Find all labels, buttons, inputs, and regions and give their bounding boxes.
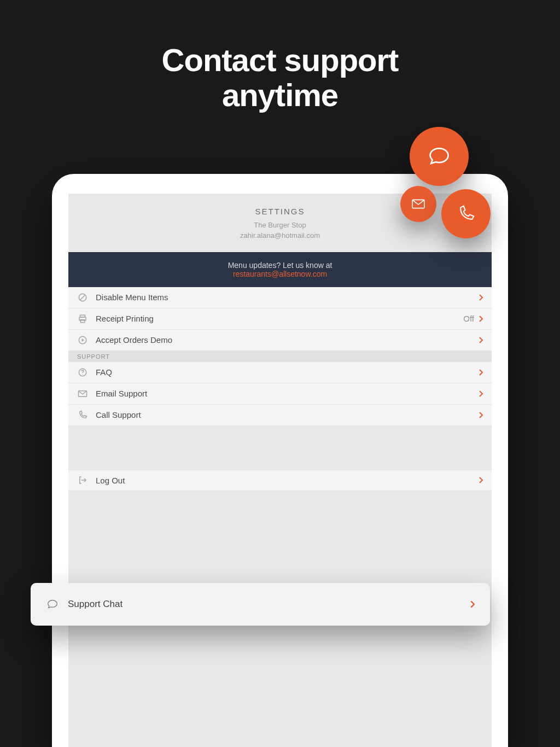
fab-chat-button[interactable]: [410, 127, 469, 186]
row-label: Receipt Printing: [96, 314, 463, 323]
chat-bubble-icon: [427, 144, 451, 168]
settings-subheader: The Burger Stop zahir.alana@hotmail.com: [68, 220, 492, 241]
menu-updates-banner: Menu updates? Let us know at restaurants…: [68, 252, 492, 287]
fab-email-button[interactable]: [400, 186, 436, 222]
account-email: zahir.alana@hotmail.com: [240, 231, 320, 240]
row-label: Disable Menu Items: [96, 293, 479, 302]
hero-title: Contact support anytime: [0, 0, 560, 113]
row-label: Support Chat: [68, 599, 470, 610]
envelope-icon: [411, 199, 425, 209]
svg-point-8: [82, 374, 83, 374]
envelope-icon: [77, 388, 88, 399]
chevron-right-icon: [479, 477, 483, 483]
row-label: Email Support: [96, 389, 479, 398]
ban-icon: [77, 292, 88, 303]
banner-email-link[interactable]: restaurants@allsetnow.com: [233, 270, 327, 278]
banner-text: Menu updates? Let us know at: [228, 261, 332, 270]
question-circle-icon: [77, 367, 88, 378]
phone-icon: [77, 410, 88, 421]
row-label: FAQ: [96, 367, 479, 377]
restaurant-name: The Burger Stop: [254, 221, 306, 229]
printer-icon: [77, 313, 88, 324]
row-label: Accept Orders Demo: [96, 335, 479, 345]
phone-icon: [457, 205, 475, 223]
row-disable-menu-items[interactable]: Disable Menu Items: [68, 287, 492, 308]
device-frame: SETTINGS The Burger Stop zahir.alana@hot…: [52, 174, 508, 747]
svg-line-1: [80, 295, 85, 300]
row-label: Call Support: [96, 410, 479, 419]
chevron-right-icon: [479, 412, 483, 418]
row-log-out[interactable]: Log Out: [68, 470, 492, 491]
row-faq[interactable]: FAQ: [68, 362, 492, 383]
chevron-right-icon: [479, 369, 483, 376]
support-chat-gap: [68, 426, 492, 470]
chevron-right-icon: [479, 390, 483, 397]
section-header-support: SUPPORT: [68, 351, 492, 362]
chat-bubble-icon: [46, 598, 59, 611]
row-value: Off: [463, 314, 474, 323]
logout-icon: [77, 475, 88, 486]
svg-marker-6: [82, 339, 85, 342]
row-receipt-printing[interactable]: Receipt Printing Off: [68, 308, 492, 330]
chevron-right-icon: [479, 337, 483, 343]
fab-phone-button[interactable]: [441, 189, 491, 238]
play-circle-icon: [77, 335, 88, 346]
row-email-support[interactable]: Email Support: [68, 383, 492, 405]
row-label: Log Out: [96, 476, 479, 485]
row-accept-orders-demo[interactable]: Accept Orders Demo: [68, 330, 492, 351]
chevron-right-icon: [470, 600, 475, 608]
hero-line-1: Contact support: [162, 42, 399, 78]
row-call-support[interactable]: Call Support: [68, 405, 492, 426]
hero-line-2: anytime: [222, 77, 338, 113]
row-support-chat[interactable]: Support Chat: [31, 583, 490, 626]
chevron-right-icon: [479, 294, 483, 301]
settings-screen: SETTINGS The Burger Stop zahir.alana@hot…: [68, 194, 492, 747]
chevron-right-icon: [479, 316, 483, 322]
